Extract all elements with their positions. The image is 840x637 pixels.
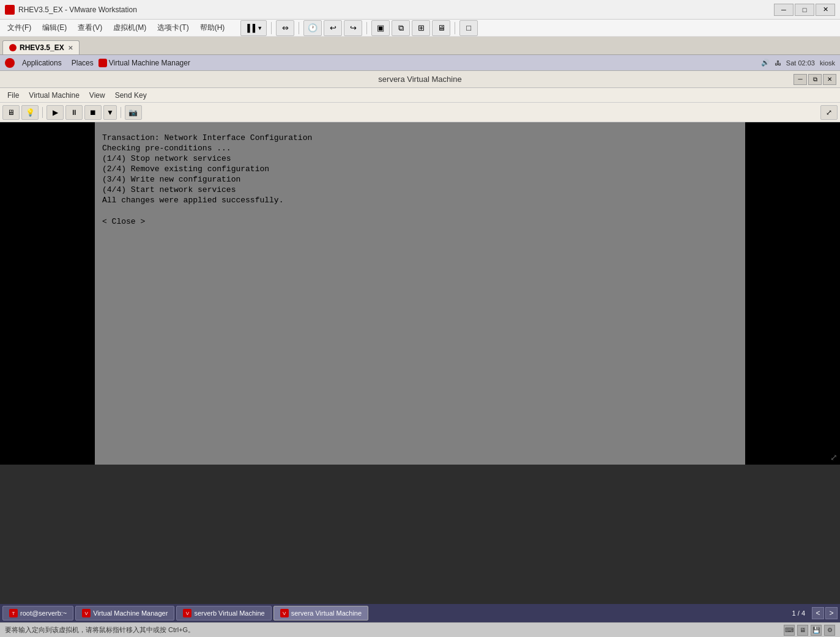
vm-inner-toolbar: 🖥 💡 ▶ ⏸ ⏹ ▼ 📷 ⤢ xyxy=(0,103,840,122)
unity-button[interactable]: ⧉ xyxy=(392,20,410,36)
menu-edit[interactable]: 编辑(E) xyxy=(37,21,72,35)
toolbar-separator-2 xyxy=(299,22,299,34)
status-bar: 要将输入定向到该虚拟机，请将鼠标指针移入其中或按 Ctrl+G。 ⌨ 🖥 💾 ⚙ xyxy=(0,622,840,637)
vm-inner-menu: File Virtual Machine View Send Key xyxy=(0,88,840,103)
console-line-3: Checking pre-conditions ... xyxy=(102,144,738,153)
vm-tb-play[interactable]: ▶ xyxy=(46,105,64,120)
vm-window-controls: ─ ⧉ ✕ xyxy=(794,74,836,85)
vm-menu-view[interactable]: View xyxy=(84,90,110,101)
tab-icon xyxy=(9,44,17,51)
close-button[interactable]: ✕ xyxy=(816,4,835,16)
vm-taskbar-icon-b: V xyxy=(183,609,191,617)
vm-window-title: servera Virtual Machine xyxy=(378,75,461,84)
vm-menu-virtualmachine[interactable]: Virtual Machine xyxy=(24,90,84,101)
vm-minimize-button[interactable]: ─ xyxy=(794,74,807,85)
console-output: Transaction: Network Interface Configura… xyxy=(100,127,740,232)
terminal-icon: T xyxy=(9,609,18,617)
vmm-launcher[interactable]: Virtual Machine Manager xyxy=(98,59,190,67)
console-close-button[interactable]: < Close > xyxy=(102,217,145,226)
tab-label: RHEV3.5_EX xyxy=(20,43,64,52)
snapshot-button[interactable]: 🕐 xyxy=(303,20,322,36)
title-bar: RHEV3.5_EX - VMware Workstation ─ □ ✕ xyxy=(0,0,840,20)
pause-icon: ▐▐ xyxy=(245,24,255,32)
taskbar-label-vmm: Virtual Machine Manager xyxy=(93,609,168,617)
status-hint: 要将输入定向到该虚拟机，请将鼠标指针移入其中或按 Ctrl+G。 xyxy=(5,625,195,635)
vm-restore-button[interactable]: ⧉ xyxy=(808,74,822,85)
system-tray: 🔊 🖧 Sat 02:03 kiosk xyxy=(761,59,835,67)
vm-title-bar: servera Virtual Machine ─ ⧉ ✕ xyxy=(0,71,840,88)
toolbar-separator-4 xyxy=(455,22,455,34)
taskbar-label-serverb: serverb Virtual Machine xyxy=(194,609,264,617)
vm-menu-sendkey[interactable]: Send Key xyxy=(110,90,152,101)
stretch-button[interactable]: ⇔ xyxy=(276,20,294,36)
guest-os-bar: Applications Places Virtual Machine Mana… xyxy=(0,55,840,71)
vmm-icon xyxy=(98,59,107,67)
expand-icon[interactable]: ⤢ xyxy=(830,452,838,462)
console-left-panel xyxy=(0,122,95,465)
taskbar: T root@serverb:~ V Virtual Machine Manag… xyxy=(0,604,840,622)
console-line-1: Transaction: Network Interface Configura… xyxy=(102,133,738,142)
time-display: Sat 02:03 xyxy=(786,59,815,67)
guest-places[interactable]: Places xyxy=(67,57,98,68)
console-button[interactable]: □ xyxy=(459,20,478,36)
taskbar-item-vmm[interactable]: V Virtual Machine Manager xyxy=(75,606,174,620)
pause-button[interactable]: ▐▐ ▼ xyxy=(240,20,267,36)
maximize-button[interactable]: □ xyxy=(795,4,814,16)
toolbar-separator-1 xyxy=(271,22,272,34)
vm-console[interactable]: Transaction: Network Interface Configura… xyxy=(0,122,840,465)
guest-applications[interactable]: Applications xyxy=(17,57,67,68)
window-controls: ─ □ ✕ xyxy=(774,4,835,16)
menu-view[interactable]: 查看(V) xyxy=(73,21,107,35)
vm-tb-bulb[interactable]: 💡 xyxy=(21,105,39,120)
vm-close-button[interactable]: ✕ xyxy=(823,74,836,85)
status-icons: ⌨ 🖥 💾 ⚙ xyxy=(784,625,835,636)
tab-rhev[interactable]: RHEV3.5_EX ✕ xyxy=(2,40,80,54)
vm-tb-pause[interactable]: ⏸ xyxy=(65,105,83,120)
display-button[interactable]: 🖥 xyxy=(432,20,450,36)
snapshot2-button[interactable]: ↩ xyxy=(324,20,342,36)
vm-tb-sep1 xyxy=(42,107,43,118)
status-icon-1[interactable]: ⌨ xyxy=(784,625,795,636)
taskbar-next-button[interactable]: > xyxy=(825,607,838,619)
console-line-9: All changes were applied successfully. xyxy=(102,196,738,205)
network-icon[interactable]: 🖧 xyxy=(775,59,781,67)
status-icon-2[interactable]: 🖥 xyxy=(797,625,808,636)
vm-tb-fit[interactable]: ⤢ xyxy=(820,105,838,120)
vm-tb-stop[interactable]: ⏹ xyxy=(84,105,102,120)
taskbar-item-serverb[interactable]: V serverb Virtual Machine xyxy=(176,606,271,620)
menu-help[interactable]: 帮助(H) xyxy=(195,21,230,35)
volume-icon[interactable]: 🔊 xyxy=(761,59,770,67)
console-right-panel: ⤢ xyxy=(745,122,840,465)
menu-bar: 文件(F) 编辑(E) 查看(V) 虚拟机(M) 选项卡(T) 帮助(H) ▐▐… xyxy=(0,20,840,37)
console-line-5: (2/4) Remove existing configuration xyxy=(102,164,738,174)
snapshot3-button[interactable]: ↪ xyxy=(344,20,362,36)
console-line-4: (1/4) Stop network services xyxy=(102,154,738,163)
taskbar-prev-button[interactable]: < xyxy=(812,607,824,619)
taskbar-label-terminal: root@serverb:~ xyxy=(20,609,67,617)
taskbar-item-terminal[interactable]: T root@serverb:~ xyxy=(2,606,73,620)
vm-menu-file[interactable]: File xyxy=(2,90,24,101)
vmware-app-icon xyxy=(5,5,15,15)
unity2-button[interactable]: ⊞ xyxy=(412,20,430,36)
menu-vm[interactable]: 虚拟机(M) xyxy=(108,21,151,35)
menu-file[interactable]: 文件(F) xyxy=(2,21,36,35)
status-icon-3[interactable]: 💾 xyxy=(811,625,822,636)
taskbar-item-servera[interactable]: V servera Virtual Machine xyxy=(273,606,368,620)
vm-tb-screenshot[interactable]: 📷 xyxy=(125,105,142,120)
status-icon-4[interactable]: ⚙ xyxy=(824,625,835,636)
user-display: kiosk xyxy=(820,59,835,67)
pause-dropdown-arrow: ▼ xyxy=(257,25,262,31)
rhel-logo xyxy=(5,58,15,68)
taskbar-page-count: 1 / 4 xyxy=(787,609,810,617)
vm-tb-screen[interactable]: 🖥 xyxy=(2,105,20,120)
tab-bar: RHEV3.5_EX ✕ xyxy=(0,37,840,55)
vmm-label: Virtual Machine Manager xyxy=(109,59,190,67)
taskbar-nav: < > xyxy=(812,607,838,619)
minimize-button[interactable]: ─ xyxy=(774,4,794,16)
tab-close-button[interactable]: ✕ xyxy=(68,45,73,51)
vm-tb-dropdown[interactable]: ▼ xyxy=(103,105,117,120)
menu-tab[interactable]: 选项卡(T) xyxy=(152,21,193,35)
fullscreen-button[interactable]: ▣ xyxy=(371,20,390,36)
console-main-area[interactable]: Transaction: Network Interface Configura… xyxy=(95,122,745,465)
taskbar-label-servera: servera Virtual Machine xyxy=(291,609,362,617)
